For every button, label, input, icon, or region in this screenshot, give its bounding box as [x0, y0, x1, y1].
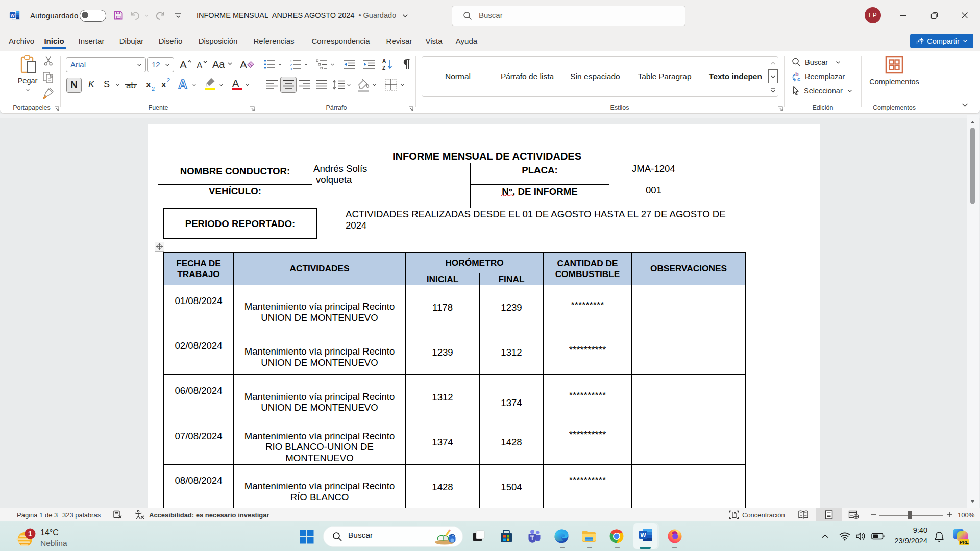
cell-activity-5[interactable]: Mantenimiento vía principal RecintoRÍO B… [234, 465, 406, 508]
restore-button[interactable] [922, 6, 946, 24]
cell-observaciones-3[interactable] [632, 375, 746, 420]
justify-button[interactable] [315, 79, 328, 91]
chrome-button[interactable] [606, 526, 627, 546]
multilevel-list-button[interactable] [316, 58, 328, 70]
align-right-button[interactable] [299, 79, 311, 91]
styles-dialog-launcher[interactable] [777, 105, 784, 112]
increase-indent-button[interactable] [363, 58, 375, 70]
clear-formatting-button[interactable]: A [239, 57, 254, 71]
tab-revisar[interactable]: Revisar [383, 31, 415, 51]
cell-inicial-5[interactable]: 1428 [406, 465, 480, 508]
font-size-combobox[interactable]: 12 [147, 57, 174, 72]
highlight-button[interactable] [203, 77, 216, 92]
highlight-chevron-icon[interactable] [219, 83, 224, 87]
firefox-button[interactable] [665, 526, 685, 546]
bullets-button[interactable] [263, 58, 276, 70]
word-taskbar-card[interactable]: W [633, 523, 658, 549]
cell-activity-3[interactable]: Mantenimiento vía principal RecintoUNION… [234, 375, 406, 420]
cell-combustible-4[interactable]: ********** [544, 420, 632, 465]
close-button[interactable] [953, 6, 976, 24]
cell-date-1[interactable]: 01/08/2024 [164, 285, 234, 330]
cell-activity-4[interactable]: Mantenimiento vía principal RecintoRIO B… [234, 420, 406, 465]
share-button[interactable]: Compartir [910, 34, 973, 48]
tab-diseno[interactable]: Diseño [155, 31, 186, 51]
web-layout-button[interactable] [848, 508, 860, 521]
scroll-up-arrow[interactable] [969, 119, 976, 126]
show-marks-button[interactable] [401, 58, 410, 71]
italic-button[interactable]: K [85, 78, 97, 92]
tab-insertar[interactable]: Insertar [74, 31, 109, 51]
tab-correspondencia[interactable]: Correspondencia [305, 31, 376, 51]
bold-button[interactable]: N [66, 78, 82, 93]
superscript-button[interactable]: x2 [161, 77, 173, 91]
underline-chevron-icon[interactable] [115, 83, 120, 87]
cell-combustible-1[interactable]: ********* [544, 285, 632, 330]
style-item-1[interactable]: Párrafo de lista [489, 57, 566, 96]
strikethrough-button[interactable]: ab [125, 79, 140, 91]
quick-access-overflow-icon[interactable] [174, 12, 182, 19]
proofing-status-icon[interactable] [113, 508, 123, 521]
styles-scroll-up-button[interactable] [768, 57, 778, 70]
text-effects-button[interactable]: A [178, 77, 191, 92]
weather-widget[interactable]: 1 14°C Neblina [7, 523, 119, 549]
tab-inicio[interactable]: Inicio [41, 31, 67, 51]
title-status-chevron[interactable] [402, 13, 408, 18]
task-view-button[interactable] [469, 526, 489, 546]
zoom-slider-handle[interactable] [908, 511, 912, 519]
collapse-ribbon-button[interactable] [961, 102, 969, 108]
cell-inicial-1[interactable]: 1178 [406, 285, 480, 330]
tab-disposicion[interactable]: Disposición [193, 31, 242, 51]
search-box[interactable]: Buscar [452, 6, 685, 26]
read-mode-button[interactable] [798, 508, 809, 521]
tray-clock-time[interactable]: 9:40 [896, 526, 927, 534]
numbering-chevron-icon[interactable] [304, 62, 308, 67]
styles-expand-button[interactable] [768, 84, 778, 97]
cell-date-4[interactable]: 07/08/2024 [164, 420, 234, 465]
numbering-button[interactable]: 123 [289, 58, 302, 70]
multilevel-chevron-icon[interactable] [330, 62, 335, 67]
cell-date-2[interactable]: 02/08/2024 [164, 330, 234, 375]
cell-final-5[interactable]: 1504 [480, 465, 544, 508]
decrease-indent-button[interactable] [343, 58, 355, 70]
save-button[interactable] [112, 9, 125, 21]
tab-archivo[interactable]: Archivo [5, 31, 38, 51]
cell-final-3[interactable]: 1374 [480, 375, 544, 420]
cell-inicial-3[interactable]: 1312 [406, 375, 480, 420]
wifi-tray-icon[interactable] [837, 526, 852, 546]
style-item-0[interactable]: Normal [420, 57, 496, 96]
volume-tray-icon[interactable] [853, 526, 869, 546]
taskbar-search-box[interactable]: Buscar [323, 526, 463, 547]
font-dialog-launcher[interactable] [249, 105, 256, 112]
teams-button[interactable] [524, 526, 544, 546]
cell-final-1[interactable]: 1239 [480, 285, 544, 330]
underline-button[interactable]: S [101, 78, 113, 92]
borders-chevron-icon[interactable] [400, 83, 405, 87]
tab-referencias[interactable]: Referencias [250, 31, 298, 51]
shading-chevron-icon[interactable] [372, 83, 377, 87]
subscript-button[interactable]: x2 [145, 79, 158, 92]
style-item-2[interactable]: Sin espaciado [557, 57, 633, 96]
sort-button[interactable]: A Z [382, 58, 395, 71]
microsoft-store-button[interactable] [496, 526, 517, 546]
tab-vista[interactable]: Vista [422, 31, 446, 51]
tray-clock-date[interactable]: 23/9/2024 [888, 537, 927, 545]
tab-ayuda[interactable]: Ayuda [453, 31, 480, 51]
cell-date-5[interactable]: 08/08/2024 [164, 465, 234, 508]
text-effects-chevron-icon[interactable] [192, 83, 197, 87]
line-spacing-button[interactable] [332, 79, 346, 91]
font-name-combobox[interactable]: Arial [66, 57, 146, 72]
paragraph-dialog-launcher[interactable] [407, 105, 414, 112]
scrollbar-thumb[interactable] [970, 128, 975, 204]
page-indicator[interactable]: Página 1 de 3 [17, 508, 58, 521]
bullets-chevron-icon[interactable] [278, 62, 282, 67]
focus-mode-button[interactable]: Concentración [729, 508, 785, 521]
cell-date-3[interactable]: 06/08/2024 [164, 375, 234, 420]
word-count[interactable]: 323 palabras [62, 508, 101, 521]
cell-inicial-4[interactable]: 1374 [406, 420, 480, 465]
select-button[interactable]: Seleccionar [791, 84, 852, 97]
table-move-handle[interactable] [155, 242, 164, 252]
edge-button[interactable] [551, 526, 572, 546]
user-avatar[interactable]: FP [865, 7, 881, 23]
document-page[interactable]: INFORME MENSUAL DE ACTIVIDADES NOMBRE CO… [148, 124, 820, 508]
cell-observaciones-1[interactable] [632, 285, 746, 330]
